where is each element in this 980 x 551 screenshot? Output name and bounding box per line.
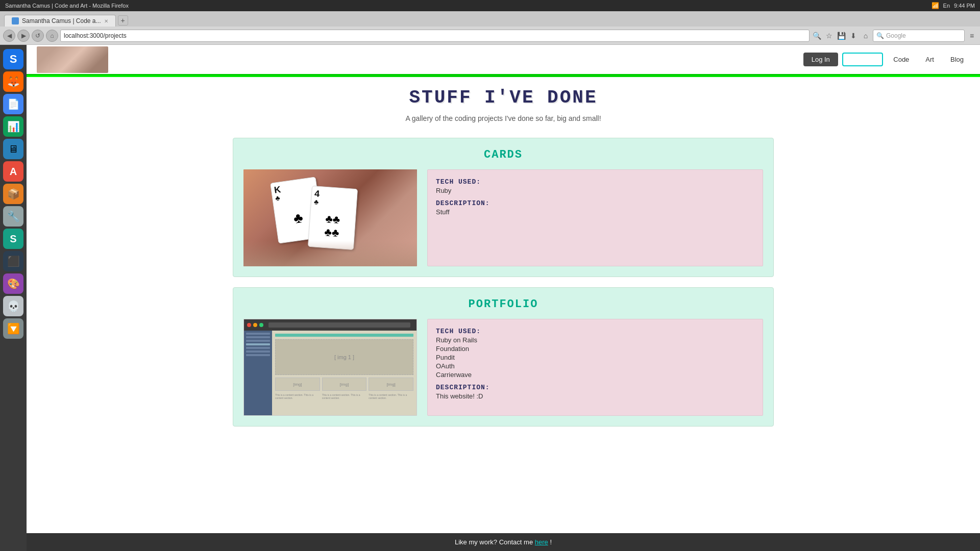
os-topbar: Samantha Camus | Code and Art - Mozilla … [0, 0, 980, 11]
browser-tab-bar: Samantha Camus | Code a... ✕ + [0, 11, 980, 27]
cards-illustration: K ♣ ♣ 4 ♣ ♣♣♣♣ [243, 169, 417, 266]
os-topbar-right: 📶 En 9:44 PM [932, 2, 975, 9]
address-bar[interactable]: localhost:3000/projects [60, 30, 810, 42]
portfolio-screenshot: [ img 1 ] [img] [img] [img] [243, 319, 417, 416]
screenshot-address [268, 322, 410, 328]
browser-tab-active[interactable]: Samantha Camus | Code a... ✕ [4, 15, 116, 27]
browser-toolbar-icons: 🔍 ☆ 💾 ⬇ ⌂ [812, 31, 871, 41]
os-icon-art[interactable]: 🎨 [3, 273, 23, 294]
browser-toolbar: ◀ ▶ ↺ ⌂ localhost:3000/projects 🔍 ☆ 💾 ⬇ … [0, 27, 980, 45]
footer-text-before: Like my work? Contact me [455, 538, 535, 546]
text-col-1: This is a content section. This is a con… [275, 393, 320, 399]
screenshot-body: [ img 1 ] [img] [img] [img] [244, 331, 416, 415]
titlebar-text: Samantha Camus | Code and Art - Mozilla … [5, 3, 129, 9]
nav-link-code[interactable]: Code [887, 53, 915, 66]
os-icon-libreoffice[interactable]: 🖥 [3, 139, 23, 159]
tech-carrierwave: Carrierwave [436, 371, 754, 379]
site-nav: Log In Register Code Art Blog [803, 53, 970, 66]
site-header: Log In Register Code Art Blog [27, 45, 980, 76]
language-indicator: En [943, 3, 950, 9]
project-image-portfolio: [ img 1 ] [img] [img] [img] [243, 319, 417, 416]
tech-pundit: Pundit [436, 354, 754, 361]
search-bar[interactable]: 🔍 Google [873, 30, 965, 42]
project-title-cards: CARDS [243, 148, 763, 161]
reload-button[interactable]: ↺ [32, 30, 44, 42]
footer-text-after: ! [550, 538, 552, 546]
dot-yellow [253, 323, 257, 327]
project-image-cards: K ♣ ♣ 4 ♣ ♣♣♣♣ [243, 169, 417, 266]
main-content: STUFF I'VE DONE A gallery of the coding … [223, 77, 784, 447]
os-icon-a[interactable]: A [3, 161, 23, 182]
screenshot-text-row: This is a content section. This is a con… [275, 393, 413, 399]
screenshot-main: [ img 1 ] [img] [img] [img] [272, 331, 416, 415]
nav-link-art[interactable]: Art [919, 53, 940, 66]
tech-used-label-cards: TECH USED: [436, 178, 754, 186]
os-icon-sheets[interactable]: 📊 [3, 116, 23, 137]
save-page-button[interactable]: 💾 [836, 31, 846, 41]
back-button[interactable]: ◀ [3, 30, 15, 42]
os-icon-docs[interactable]: 📄 [3, 94, 23, 114]
tab-title: Samantha Camus | Code a... [22, 17, 101, 24]
description-text-portfolio: This website! :D [436, 392, 754, 400]
bookmark-button[interactable]: ☆ [824, 31, 834, 41]
site-logo[interactable] [37, 46, 108, 73]
thumb-2: [img] [322, 378, 367, 391]
download-button[interactable]: ⬇ [848, 31, 859, 41]
dot-green [259, 323, 263, 327]
os-icon-terminal[interactable]: ⬛ [3, 251, 23, 271]
os-topbar-left: Samantha Camus | Code and Art - Mozilla … [5, 3, 129, 9]
screenshot-thumbs: [img] [img] [img] [275, 378, 413, 391]
os-icon-down[interactable]: 🔽 [3, 318, 23, 339]
dot-red [247, 323, 251, 327]
register-button[interactable]: Register [842, 53, 883, 66]
project-card-portfolio: PORTFOLIO [233, 287, 774, 427]
screenshot-sidebar [244, 331, 272, 415]
search-engine-icon: 🔍 [876, 32, 884, 39]
project-body-portfolio: [ img 1 ] [img] [img] [img] [243, 319, 763, 416]
tech-foundation: Foundation [436, 345, 754, 353]
new-tab-button[interactable]: + [118, 15, 128, 26]
os-icon-firefox[interactable]: 🦊 [3, 71, 23, 92]
search-browser-button[interactable]: 🔍 [812, 31, 822, 41]
description-label-cards: DESCRIPTION: [436, 199, 754, 207]
description-text-cards: Stuff [436, 208, 754, 216]
login-button[interactable]: Log In [803, 53, 838, 66]
tech-rails: Ruby on Rails [436, 336, 754, 344]
os-icon-skull[interactable]: 💀 [3, 296, 23, 316]
project-title-portfolio: PORTFOLIO [243, 298, 763, 311]
thumb-1: [img] [275, 378, 320, 391]
home-button[interactable]: ⌂ [46, 30, 58, 42]
tab-favicon [12, 17, 19, 24]
search-placeholder: Google [886, 32, 906, 39]
screenshot-main-img: [ img 1 ] [275, 339, 413, 375]
browser-menu-button[interactable]: ≡ [967, 31, 977, 41]
os-icon-s2[interactable]: S [3, 229, 23, 249]
text-col-2: This is a content section. This is a con… [322, 393, 367, 399]
footer-contact-link[interactable]: here [535, 538, 548, 546]
thumb-3: [img] [369, 378, 413, 391]
project-info-cards: TECH USED: Ruby DESCRIPTION: Stuff [427, 169, 763, 266]
tab-close-button[interactable]: ✕ [104, 18, 108, 24]
tech-item-ruby: Ruby [436, 187, 754, 194]
screenshot-accent-bar [275, 334, 413, 337]
description-label-portfolio: DESCRIPTION: [436, 384, 754, 391]
screenshot-header [244, 319, 416, 331]
os-icon-s[interactable]: S [3, 49, 23, 69]
tech-used-label-portfolio: TECH USED: [436, 328, 754, 335]
nav-link-blog[interactable]: Blog [944, 53, 970, 66]
site-footer: Like my work? Contact me here ! [27, 533, 980, 551]
os-icon-package[interactable]: 📦 [3, 184, 23, 204]
home-nav-button[interactable]: ⌂ [861, 31, 871, 41]
project-info-portfolio: TECH USED: Ruby on Rails Foundation Pund… [427, 319, 763, 416]
project-card-cards: CARDS K ♣ ♣ [233, 138, 774, 277]
project-body-cards: K ♣ ♣ 4 ♣ ♣♣♣♣ [243, 169, 763, 266]
forward-button[interactable]: ▶ [17, 30, 30, 42]
page-title: STUFF I'VE DONE [233, 87, 774, 108]
tech-oauth: OAuth [436, 362, 754, 370]
wifi-icon: 📶 [932, 2, 939, 9]
page-subtitle: A gallery of the coding projects I've do… [233, 114, 774, 122]
os-sidebar: S 🦊 📄 📊 🖥 A 📦 🔧 S ⬛ 🎨 💀 🔽 [0, 45, 27, 551]
os-icon-tools[interactable]: 🔧 [3, 206, 23, 227]
time-display: 9:44 PM [954, 3, 975, 9]
address-text: localhost:3000/projects [64, 32, 127, 39]
